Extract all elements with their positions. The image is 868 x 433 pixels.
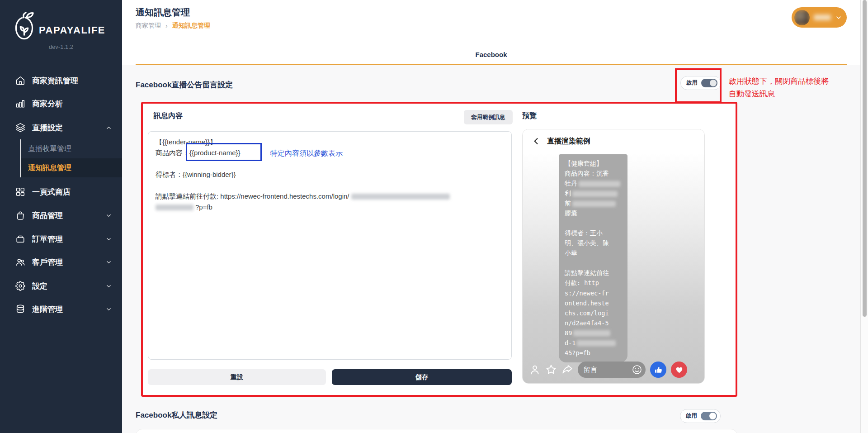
private-message-panel bbox=[136, 429, 737, 433]
chevron-up-icon bbox=[105, 124, 112, 131]
private-message-enable-toggle[interactable]: 啟用 bbox=[680, 409, 721, 423]
template-line: 得標者：{{winning-bidder}} bbox=[156, 169, 504, 180]
heart-button bbox=[671, 362, 687, 378]
submenu-indicator-line bbox=[20, 139, 21, 177]
star-icon bbox=[545, 364, 557, 376]
comment-placeholder: 留言 bbox=[584, 366, 597, 374]
template-line: 請點擊連結前往付款: https://newec-frontend.hestec… bbox=[156, 191, 504, 202]
share-icon bbox=[561, 364, 573, 376]
chevron-down-icon bbox=[105, 306, 112, 313]
avatar bbox=[794, 10, 810, 25]
breadcrumb-root[interactable]: 商家管理 bbox=[136, 22, 161, 30]
toggle-label: 啟用 bbox=[686, 79, 698, 87]
grid-icon bbox=[15, 187, 25, 197]
preview-header: 直播渲染範例 bbox=[523, 129, 704, 153]
redacted-text bbox=[573, 330, 610, 336]
redacted-text bbox=[572, 191, 618, 197]
tab-active-underline bbox=[136, 64, 847, 65]
preview-header-title: 直播渲染範例 bbox=[547, 137, 590, 146]
sidebar-item-merchant-analytics[interactable]: 商家分析 bbox=[0, 94, 122, 114]
back-chevron-icon bbox=[532, 137, 541, 146]
annotation-red-text: 啟用狀態下，關閉商品標後將 自動發送訊息 bbox=[729, 75, 829, 100]
page-title: 通知訊息管理 bbox=[136, 6, 190, 19]
annotation-blue-text: 特定內容須以參數表示 bbox=[270, 149, 343, 158]
sidebar-item-label: 進階管理 bbox=[32, 304, 63, 314]
papaya-logo-icon bbox=[14, 11, 35, 41]
like-button bbox=[650, 362, 666, 378]
user-menu-button[interactable] bbox=[792, 7, 847, 28]
sidebar-item-label: 設定 bbox=[32, 281, 47, 291]
toggle-switch-on[interactable] bbox=[701, 412, 717, 420]
live-settings-submenu: 直播收單管理 通知訊息管理 bbox=[0, 139, 122, 177]
sidebar-item-label: 直播設定 bbox=[32, 123, 63, 133]
comment-input: 留言 bbox=[578, 362, 646, 378]
bar-chart-icon bbox=[15, 99, 25, 109]
toggle-label: 啟用 bbox=[686, 412, 697, 420]
redacted-text bbox=[577, 340, 616, 346]
sidebar-item-label: 訂單管理 bbox=[32, 234, 63, 244]
breadcrumb: 商家管理 › 通知訊息管理 bbox=[136, 22, 210, 30]
preview-title: 預覽 bbox=[522, 111, 537, 121]
redacted-text bbox=[351, 194, 450, 200]
template-line: ?p=fb bbox=[156, 202, 504, 213]
redacted-text bbox=[156, 205, 193, 210]
sidebar-subitem-notification-messages[interactable]: 通知訊息管理 bbox=[20, 158, 122, 177]
user-name-redacted bbox=[814, 14, 831, 20]
sidebar-item-customer-management[interactable]: 客戶管理 bbox=[0, 252, 122, 272]
sidebar-item-label: 商品管理 bbox=[32, 210, 63, 221]
section-title-announcement: Facebook直播公告留言設定 bbox=[136, 80, 233, 90]
layers-icon bbox=[15, 123, 25, 133]
preview-action-bar: 留言 bbox=[529, 361, 698, 379]
emoji-icon bbox=[632, 364, 642, 375]
message-content-title: 訊息內容 bbox=[154, 111, 183, 121]
sidebar-item-label: 商家分析 bbox=[32, 99, 63, 109]
breadcrumb-current: 通知訊息管理 bbox=[172, 22, 210, 30]
sidebar-item-advanced-management[interactable]: 進階管理 bbox=[0, 299, 122, 319]
database-icon bbox=[15, 304, 25, 314]
template-blank-line bbox=[156, 158, 504, 169]
gear-icon bbox=[15, 281, 25, 291]
sidebar-item-label: 商家資訊管理 bbox=[32, 76, 78, 86]
preview-message-bubble: 【健康套組】 商品內容：沉香 牡丹 利 前 膠囊 得標者：王小 明、張小美、陳 … bbox=[559, 154, 627, 362]
home-icon bbox=[15, 76, 25, 86]
sidebar-item-order-management[interactable]: 訂單管理 bbox=[0, 229, 122, 249]
breadcrumb-separator: › bbox=[165, 22, 168, 29]
redacted-text bbox=[572, 201, 616, 207]
message-template-textarea[interactable]: 【{{tender-name}}】 商品內容：{{product-name}} … bbox=[148, 131, 512, 360]
apply-sample-message-button[interactable]: 套用範例訊息 bbox=[464, 110, 513, 124]
announcement-enable-toggle[interactable]: 啟用 bbox=[680, 76, 721, 90]
chevron-down-icon bbox=[835, 14, 842, 21]
sidebar-item-label: 客戶管理 bbox=[32, 257, 63, 267]
shopping-bag-icon bbox=[15, 210, 25, 220]
chevron-down-icon bbox=[105, 236, 112, 243]
live-preview-card: 直播渲染範例 【健康套組】 商品內容：沉香 牡丹 利 前 膠囊 得標者：王小 明… bbox=[522, 129, 705, 384]
chevron-down-icon bbox=[105, 259, 112, 266]
order-box-icon bbox=[15, 234, 25, 244]
sidebar-item-product-management[interactable]: 商品管理 bbox=[0, 205, 122, 225]
section-title-private-message: Facebook私人訊息設定 bbox=[136, 410, 217, 420]
app-version: dev-1.1.2 bbox=[0, 43, 122, 50]
chevron-down-icon bbox=[105, 283, 112, 290]
users-icon bbox=[15, 257, 25, 267]
tab-facebook[interactable]: Facebook bbox=[122, 51, 860, 58]
template-line: 【{{tender-name}}】 bbox=[156, 137, 504, 148]
sidebar-item-settings[interactable]: 設定 bbox=[0, 276, 122, 296]
chevron-down-icon bbox=[105, 212, 112, 219]
sidebar: PAPAYALIFE dev-1.1.2 商家資訊管理 商家分析 直播設定 直播… bbox=[0, 0, 122, 433]
template-param-product-name: {{product-name}} bbox=[189, 148, 241, 158]
sidebar-item-live-settings[interactable]: 直播設定 bbox=[0, 118, 122, 138]
sidebar-item-label: 一頁式商店 bbox=[32, 187, 71, 197]
sidebar-item-merchant-info[interactable]: 商家資訊管理 bbox=[0, 71, 122, 90]
save-button[interactable]: 儲存 bbox=[332, 369, 512, 385]
toggle-switch-on[interactable] bbox=[701, 79, 717, 87]
sidebar-item-one-page-store[interactable]: 一頁式商店 bbox=[0, 182, 122, 202]
redacted-text bbox=[579, 181, 620, 187]
sidebar-subitem-live-orders[interactable]: 直播收單管理 bbox=[20, 139, 122, 158]
person-icon bbox=[529, 364, 541, 376]
brand-name: PAPAYALIFE bbox=[39, 24, 105, 36]
preview-live-screen: 【健康套組】 商品內容：沉香 牡丹 利 前 膠囊 得標者：王小 明、張小美、陳 … bbox=[523, 153, 704, 384]
scrollbar-thumb[interactable] bbox=[863, 0, 867, 317]
reset-button[interactable]: 重設 bbox=[148, 369, 326, 385]
template-blank-line bbox=[156, 180, 504, 191]
